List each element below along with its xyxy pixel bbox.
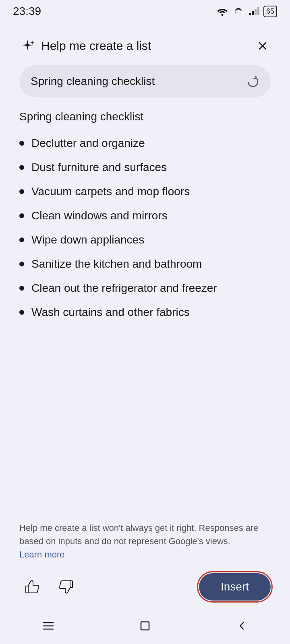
bullet-icon	[19, 165, 24, 170]
status-bar: 23:39 ᐩ 65	[0, 0, 290, 23]
phone-signal-icon: ᐩ	[233, 6, 244, 16]
list-item: Declutter and organize	[19, 131, 271, 155]
sparkle-icon	[19, 38, 35, 54]
signal-bars-icon	[248, 6, 259, 16]
list-item: Clean windows and mirrors	[19, 204, 271, 228]
disclaimer-text: Help me create a list won't always get i…	[19, 521, 271, 561]
svg-rect-7	[70, 581, 72, 588]
battery-indicator: 65	[263, 6, 277, 17]
thumbs-up-button[interactable]	[19, 575, 44, 599]
bullet-icon	[19, 189, 24, 194]
list-item: Sanitize the kitchen and bathroom	[19, 252, 271, 276]
bullet-icon	[19, 262, 24, 266]
list-item-text: Clean out the refrigerator and freezer	[31, 282, 217, 295]
main-card: Help me create a list Spring cleaning ch…	[8, 27, 282, 612]
wifi-icon	[216, 6, 229, 16]
checklist: Declutter and organizeDust furniture and…	[19, 131, 271, 324]
svg-text:ᐩ: ᐩ	[235, 11, 237, 16]
content-area: Spring cleaning checklist Declutter and …	[19, 110, 271, 512]
svg-point-0	[221, 14, 223, 16]
list-item-text: Vacuum carpets and mop floors	[31, 185, 190, 198]
list-item-text: Wipe down appliances	[31, 233, 144, 246]
svg-rect-4	[255, 9, 257, 15]
action-bar: Insert	[19, 569, 271, 604]
bullet-icon	[19, 310, 24, 315]
bullet-icon	[19, 237, 24, 242]
svg-rect-2	[249, 13, 251, 15]
dialog-title: Help me create a list	[41, 39, 151, 53]
list-item-text: Clean windows and mirrors	[31, 209, 168, 222]
list-item-text: Wash curtains and other fabrics	[31, 306, 190, 319]
feedback-buttons	[19, 575, 79, 599]
prompt-text: Spring cleaning checklist	[31, 75, 155, 88]
list-item: Wash curtains and other fabrics	[19, 300, 271, 324]
svg-rect-11	[141, 622, 149, 630]
list-item: Clean out the refrigerator and freezer	[19, 276, 271, 300]
home-button[interactable]	[134, 615, 156, 637]
list-item-text: Sanitize the kitchen and bathroom	[31, 258, 202, 270]
list-title: Spring cleaning checklist	[19, 110, 271, 123]
svg-rect-3	[252, 11, 254, 15]
back-button[interactable]	[230, 615, 253, 637]
list-item: Vacuum carpets and mop floors	[19, 180, 271, 204]
refresh-button[interactable]	[245, 74, 259, 89]
bullet-icon	[19, 213, 24, 218]
dialog-header: Help me create a list	[19, 38, 271, 54]
learn-more-link[interactable]: Learn more	[19, 549, 65, 559]
close-button[interactable]	[255, 38, 271, 54]
thumbs-down-button[interactable]	[55, 575, 79, 599]
bullet-icon	[19, 286, 24, 291]
status-icons: ᐩ 65	[216, 6, 277, 17]
bullet-icon	[19, 141, 24, 146]
svg-rect-5	[257, 7, 259, 15]
header-left: Help me create a list	[19, 38, 151, 54]
svg-rect-6	[26, 586, 28, 593]
menu-button[interactable]	[37, 615, 60, 637]
nav-bar	[0, 612, 290, 644]
list-item: Wipe down appliances	[19, 228, 271, 252]
list-item-text: Dust furniture and surfaces	[31, 161, 167, 174]
status-time: 23:39	[13, 5, 41, 18]
list-item: Dust furniture and surfaces	[19, 155, 271, 180]
list-item-text: Declutter and organize	[31, 137, 145, 150]
insert-button[interactable]: Insert	[199, 573, 271, 601]
prompt-box: Spring cleaning checklist	[19, 65, 271, 97]
